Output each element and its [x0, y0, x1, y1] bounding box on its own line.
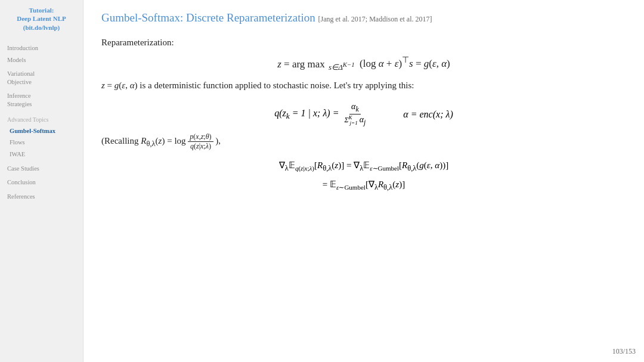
sidebar-item-iwae[interactable]: IWAE [5, 148, 78, 160]
citation: [Jang et al. 2017; Maddison et al. 2017] [318, 15, 432, 23]
slide-title: Gumbel-Softmax: Discrete Reparameterizat… [101, 11, 626, 26]
sidebar-item-gumbel-softmax[interactable]: Gumbel-Softmax [5, 125, 78, 137]
equation1-block: z = arg max s∈ΔK−1 (log α + ε)⊤s = g(ε, … [101, 55, 626, 72]
sidebar-item-case-studies[interactable]: Case Studies [5, 163, 78, 175]
main-content: Gumbel-Softmax: Discrete Reparameterizat… [83, 0, 644, 362]
sidebar-item-references[interactable]: References [5, 191, 78, 203]
sidebar-item-models[interactable]: Models [5, 54, 78, 66]
equation2-block: q(zk = 1 | x; λ) = αk ΣKj=1 αj α = enc(x… [101, 102, 626, 127]
fraction-q: αk ΣKj=1 αj [342, 102, 367, 127]
sidebar-item-variational[interactable]: VariationalObjective [5, 68, 78, 88]
sidebar-item-flows[interactable]: Flows [5, 137, 78, 148]
recalling-text: (Recalling Rθ,λ(z) = log p(x,z;θ) q(z|x;… [101, 133, 626, 150]
sidebar: Tutorial: Deep Latent NLP (bit.do/lvnlp)… [0, 0, 83, 362]
sidebar-item-conclusion[interactable]: Conclusion [5, 177, 78, 188]
reparameterization-label: Reparameterization: [101, 35, 626, 49]
page-number: 103/153 [612, 347, 636, 356]
sidebar-title: Tutorial: Deep Latent NLP (bit.do/lvnlp) [5, 6, 78, 32]
description-text: z = g(ε, α) is a deterministic function … [101, 78, 626, 92]
sidebar-item-introduction[interactable]: Introduction [5, 42, 78, 54]
sidebar-item-inference[interactable]: InferenceStrategies [5, 90, 78, 110]
nabla-equation1: ∇λ𝔼q(z|x;λ)[Rθ,λ(z)] = ∇λ𝔼ε∼Gumbel[Rθ,λ(… [101, 160, 626, 173]
nabla-equation2: = 𝔼ε∼Gumbel[∇λRθ,λ(z)] [101, 179, 626, 192]
sidebar-item-advanced-topics: Advanced Topics [5, 114, 78, 125]
